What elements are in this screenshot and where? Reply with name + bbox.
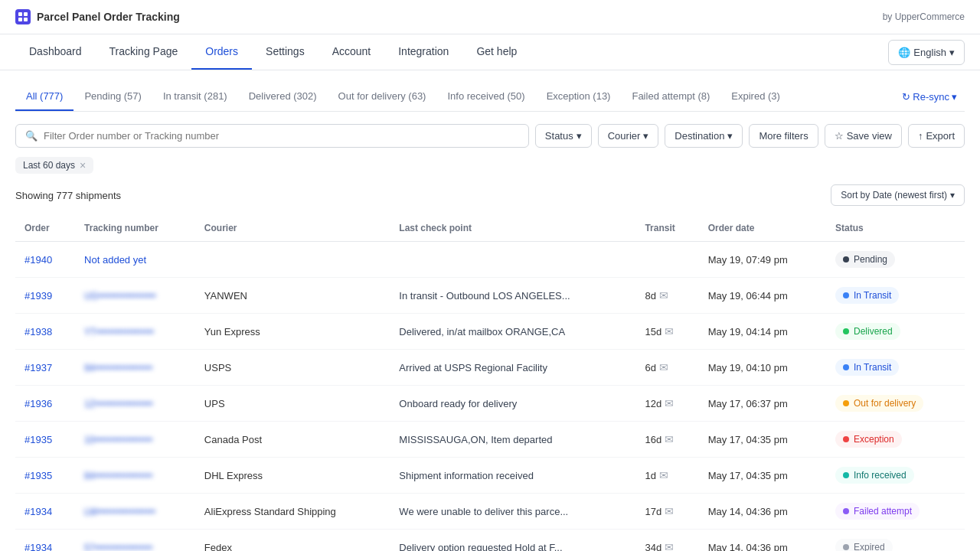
transit-cell: 16d✉ bbox=[635, 422, 698, 458]
table-row: #193510••••••••••••••••••Canada PostMISS… bbox=[15, 422, 965, 458]
tracking-number[interactable]: UG•••••••••••••••••• bbox=[84, 291, 156, 302]
status-dot bbox=[843, 544, 849, 550]
status-badge: Exception bbox=[835, 431, 902, 448]
order-date-cell: May 19, 06:44 pm bbox=[699, 278, 826, 314]
order-link[interactable]: #1934 bbox=[24, 506, 52, 517]
more-filters-button[interactable]: More filters bbox=[749, 124, 818, 148]
col-courier: Courier bbox=[195, 215, 390, 242]
status-dot bbox=[843, 364, 849, 370]
status-dot bbox=[843, 256, 849, 262]
checkpoint-cell: In transit - Outbound LOS ANGELES... bbox=[390, 278, 635, 314]
order-link[interactable]: #1934 bbox=[24, 542, 52, 552]
tab-pending[interactable]: Pending (57) bbox=[74, 83, 152, 111]
nav-dashboard[interactable]: Dashboard bbox=[15, 34, 96, 70]
status-dot bbox=[843, 508, 849, 514]
globe-icon: 🌐 bbox=[898, 47, 910, 58]
transit-days: 8d bbox=[645, 290, 655, 302]
table-row: #19361Z••••••••••••••••••UPSOnboard read… bbox=[15, 386, 965, 422]
transit-days: 17d bbox=[645, 506, 662, 517]
table-row: #1939UG••••••••••••••••••YANWENIn transi… bbox=[15, 278, 965, 314]
tab-all[interactable]: All (777) bbox=[15, 83, 74, 111]
transit-cell: 1d✉ bbox=[635, 458, 698, 494]
table-row: #193584••••••••••••••••••DHL ExpressShip… bbox=[15, 458, 965, 494]
status-dot bbox=[843, 436, 849, 442]
save-view-label: Save view bbox=[847, 130, 892, 142]
resync-button[interactable]: ↻ Re-sync ▾ bbox=[894, 86, 965, 107]
transit-days: 1d bbox=[645, 470, 655, 481]
order-link[interactable]: #1936 bbox=[24, 398, 52, 409]
status-label: In Transit bbox=[854, 362, 891, 373]
tracking-number[interactable]: YT•••••••••••••••••• bbox=[84, 327, 154, 337]
tab-failed-attempt[interactable]: Failed attempt (8) bbox=[621, 83, 720, 111]
tab-expired[interactable]: Expired (3) bbox=[720, 83, 791, 111]
order-link[interactable]: #1940 bbox=[24, 254, 52, 266]
tracking-number[interactable]: 94•••••••••••••••••• bbox=[84, 363, 152, 373]
showing-count: Showing 777 shipments bbox=[15, 190, 121, 201]
transit-cell: 34d✉ bbox=[635, 530, 698, 552]
status-label: Pending bbox=[854, 254, 887, 265]
search-box[interactable]: 🔍 bbox=[15, 124, 529, 148]
transit-cell bbox=[635, 242, 698, 278]
svg-rect-2 bbox=[18, 18, 22, 21]
status-label: Exception bbox=[854, 434, 894, 445]
nav-orders[interactable]: Orders bbox=[191, 34, 252, 70]
status-dot bbox=[843, 292, 849, 298]
export-icon: ↑ bbox=[918, 130, 923, 142]
tracking-number[interactable]: 1Z•••••••••••••••••• bbox=[84, 399, 153, 409]
nav-integration[interactable]: Integration bbox=[384, 34, 462, 70]
mail-icon: ✉ bbox=[659, 289, 668, 302]
transit-days: 15d bbox=[645, 326, 662, 337]
tracking-number[interactable]: LW•••••••••••••••••• bbox=[84, 507, 155, 517]
nav-tracking-page[interactable]: Tracking Page bbox=[96, 34, 192, 70]
export-button[interactable]: ↑ Export bbox=[908, 124, 965, 148]
checkpoint-cell: Arrived at USPS Regional Facility bbox=[390, 350, 635, 386]
order-date-cell: May 19, 04:14 pm bbox=[699, 314, 826, 350]
nav-settings[interactable]: Settings bbox=[252, 34, 318, 70]
export-label: Export bbox=[926, 130, 955, 142]
order-date-cell: May 19, 07:49 pm bbox=[699, 242, 826, 278]
order-date-cell: May 14, 04:36 pm bbox=[699, 494, 826, 530]
status-label: Failed attempt bbox=[854, 506, 912, 517]
courier-chevron-icon: ▾ bbox=[643, 130, 648, 142]
tracking-number[interactable]: 10•••••••••••••••••• bbox=[84, 435, 152, 445]
sort-label: Sort by Date (newest first) bbox=[841, 190, 947, 201]
mail-icon: ✉ bbox=[659, 361, 668, 373]
destination-filter-label: Destination bbox=[675, 130, 724, 142]
tracking-number[interactable]: 57•••••••••••••••••• bbox=[84, 543, 152, 552]
save-view-button[interactable]: ☆ Save view bbox=[825, 124, 902, 148]
mail-icon: ✉ bbox=[665, 505, 674, 517]
col-transit: Transit bbox=[635, 215, 698, 242]
table-row: #193457••••••••••••••••••FedexDelivery o… bbox=[15, 530, 965, 552]
courier-filter-button[interactable]: Courier ▾ bbox=[598, 124, 659, 148]
order-link[interactable]: #1937 bbox=[24, 362, 52, 373]
courier-cell: Fedex bbox=[195, 530, 390, 552]
tab-exception[interactable]: Exception (13) bbox=[536, 83, 622, 111]
table-row: #1934LW••••••••••••••••••AliExpress Stan… bbox=[15, 494, 965, 530]
order-link[interactable]: #1935 bbox=[24, 470, 52, 481]
tracking-not-added[interactable]: Not added yet bbox=[84, 254, 146, 266]
status-filter-button[interactable]: Status ▾ bbox=[535, 124, 592, 148]
order-link[interactable]: #1935 bbox=[24, 434, 52, 445]
tracking-number[interactable]: 84•••••••••••••••••• bbox=[84, 471, 152, 481]
search-input[interactable] bbox=[44, 130, 519, 142]
table-info: Showing 777 shipments Sort by Date (newe… bbox=[15, 184, 965, 206]
filter-tag-close[interactable]: × bbox=[80, 160, 86, 171]
checkpoint-cell: Delivered, in/at mailbox ORANGE,CA bbox=[390, 314, 635, 350]
table-row: #193794••••••••••••••••••USPSArrived at … bbox=[15, 350, 965, 386]
tab-info-received[interactable]: Info received (50) bbox=[436, 83, 535, 111]
courier-cell: AliExpress Standard Shipping bbox=[195, 494, 390, 530]
order-link[interactable]: #1938 bbox=[24, 326, 52, 337]
tab-delivered[interactable]: Delivered (302) bbox=[238, 83, 328, 111]
language-selector[interactable]: 🌐 English ▾ bbox=[888, 40, 965, 65]
resync-icon: ↻ bbox=[902, 91, 910, 103]
destination-filter-button[interactable]: Destination ▾ bbox=[665, 124, 743, 148]
col-status: Status bbox=[826, 215, 965, 242]
courier-cell: YANWEN bbox=[195, 278, 390, 314]
nav-account[interactable]: Account bbox=[318, 34, 385, 70]
sort-button[interactable]: Sort by Date (newest first) ▾ bbox=[831, 184, 965, 206]
tab-out-for-delivery[interactable]: Out for delivery (63) bbox=[328, 83, 437, 111]
nav-get-help[interactable]: Get help bbox=[462, 34, 531, 70]
status-label: Expired bbox=[854, 542, 885, 551]
tab-in-transit[interactable]: In transit (281) bbox=[152, 83, 238, 111]
order-link[interactable]: #1939 bbox=[24, 290, 52, 302]
